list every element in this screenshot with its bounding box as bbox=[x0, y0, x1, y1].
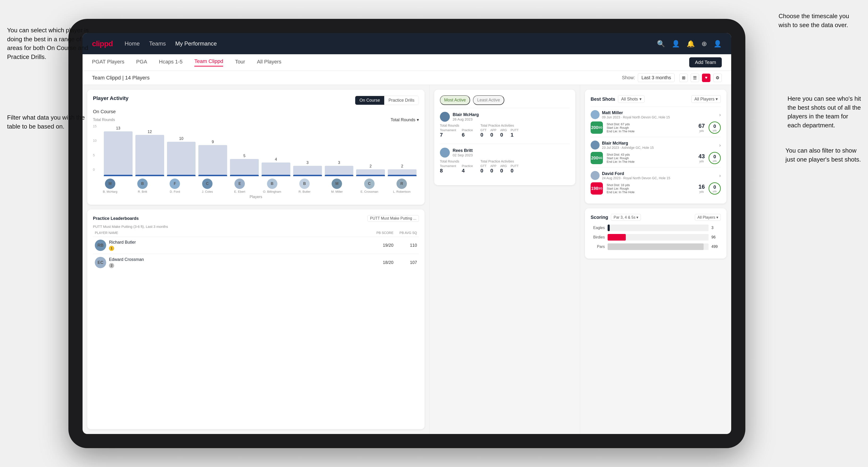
bar-2[interactable] bbox=[167, 142, 196, 176]
bar-8[interactable] bbox=[356, 169, 385, 176]
practice-dropdown[interactable]: PUTT Must Make Putting ... bbox=[368, 215, 419, 222]
bar-label-5: 4 bbox=[275, 157, 277, 161]
pai-rounds-col-2: Total Rounds Tournament 8 Practice 4 bbox=[440, 159, 473, 174]
annotation-top-left: You can select which player is doing the… bbox=[7, 26, 89, 62]
subnav-pga[interactable]: PGA bbox=[136, 59, 147, 66]
shot-chevron-0[interactable]: › bbox=[719, 112, 721, 118]
pai-name-2: Rees Britt bbox=[453, 148, 473, 153]
shot-chevron-2[interactable]: › bbox=[719, 173, 721, 178]
bar-3[interactable] bbox=[198, 145, 227, 176]
shot-m1-unit-2: yds bbox=[700, 190, 704, 193]
pai-activities-vals-2: GTT 0 APP 0 ARG 0 bbox=[480, 164, 519, 174]
scoring-players-filter[interactable]: All Players ▾ bbox=[695, 214, 721, 221]
bar-6[interactable] bbox=[293, 166, 322, 176]
shot-badge-0: 200 SG bbox=[591, 121, 603, 134]
pai-rounds-col-1: Total Rounds Tournament 7 Practice 6 bbox=[440, 124, 473, 138]
bell-icon[interactable]: 🔔 bbox=[687, 40, 695, 48]
pai-rounds-1: Total Rounds Tournament 7 Practice 6 bbox=[440, 124, 569, 138]
add-team-button[interactable]: Add Team bbox=[689, 57, 722, 67]
bar-1[interactable] bbox=[135, 135, 164, 176]
bar-label-8: 2 bbox=[370, 164, 372, 168]
middle-panel: Most Active Least Active Blair McHarg 26… bbox=[429, 85, 580, 434]
shot-header-1: Blair McHarg 23 Jul 2023 · Ashridge GC, … bbox=[591, 141, 721, 150]
score-bar-container-1 bbox=[608, 234, 709, 241]
team-name: Team Clippd | 14 Players bbox=[92, 75, 622, 81]
scoring-card: Scoring Par 3, 4 & 5s ▾ All Players ▾ Ea… bbox=[585, 208, 726, 258]
shot-avatar-2 bbox=[591, 171, 599, 180]
bar-col-2: 10 bbox=[167, 136, 196, 176]
subnav-team-clippd[interactable]: Team Clippd bbox=[194, 58, 223, 66]
settings-icon[interactable]: ⚙ bbox=[713, 73, 722, 82]
col-avg-header: PB AVG SQ bbox=[394, 231, 417, 235]
shot-item-1: Blair McHarg 23 Jul 2023 · Ashridge GC, … bbox=[591, 137, 721, 167]
pai-info-2: Rees Britt 02 Sep 2023 bbox=[453, 148, 473, 157]
bar-col-6: 3 bbox=[293, 161, 322, 176]
shot-metric1-1: 43 yds bbox=[699, 153, 705, 163]
shot-badge-label-1: SG bbox=[598, 156, 602, 160]
bar-7[interactable] bbox=[325, 166, 353, 176]
tablet-frame: clippd Home Teams My Performance 🔍 👤 🔔 ⊕… bbox=[68, 19, 745, 448]
shot-details-2: 198 SG Shot Dist: 16 yds Start Lie: Roug… bbox=[591, 182, 721, 195]
grid-list-icon[interactable]: ☰ bbox=[691, 73, 699, 82]
scoring-filter[interactable]: Par 3, 4 & 5s ▾ bbox=[611, 214, 641, 221]
shot-badge-2: 198 SG bbox=[591, 182, 603, 195]
user-icon[interactable]: 👤 bbox=[714, 40, 722, 48]
bar-0[interactable] bbox=[104, 131, 132, 176]
bar-4[interactable] bbox=[230, 159, 259, 176]
heart-icon[interactable]: ♥ bbox=[702, 73, 710, 82]
shot-info-0: 09 Jun 2023 · Royal North Devon GC, Hole… bbox=[602, 115, 670, 119]
least-active-tab[interactable]: Least Active bbox=[473, 95, 504, 105]
bar-5[interactable] bbox=[261, 162, 290, 176]
bar-label-4: 5 bbox=[243, 154, 246, 158]
chart-dropdown[interactable]: Total Rounds ▾ bbox=[391, 117, 419, 122]
practice-drills-toggle[interactable]: Practice Drills bbox=[384, 96, 418, 105]
toggle-group: On Course Practice Drills bbox=[355, 96, 419, 105]
shot-desc-2: Shot Dist: 16 yds Start Lie: Rough End L… bbox=[607, 183, 695, 194]
shot-chevron-1[interactable]: › bbox=[719, 143, 721, 148]
scoring-title: Scoring bbox=[591, 215, 608, 220]
nav-home[interactable]: Home bbox=[125, 40, 140, 47]
people-icon[interactable]: 👤 bbox=[672, 40, 680, 48]
most-active-tab[interactable]: Most Active bbox=[440, 95, 470, 105]
bar-label-9: 2 bbox=[401, 164, 403, 168]
search-icon[interactable]: 🔍 bbox=[657, 40, 665, 48]
subnav-tour[interactable]: Tour bbox=[235, 59, 245, 66]
annotation-top-right: Choose the timescale you wish to see the… bbox=[779, 12, 849, 30]
grid4-icon[interactable]: ⊞ bbox=[679, 73, 688, 82]
shot-info-1: 23 Jul 2023 · Ashridge GC, Hole 15 bbox=[602, 146, 654, 150]
lb-avatar-1: EC bbox=[95, 257, 106, 268]
bar-9[interactable] bbox=[388, 169, 416, 176]
subnav-all-players[interactable]: All Players bbox=[257, 59, 281, 66]
card-header: Player Activity On Course Practice Drill… bbox=[93, 95, 419, 105]
shot-metric1-2: 16 yds bbox=[699, 184, 705, 193]
sub-nav: PGAT Players PGA Hcaps 1-5 Team Clippd T… bbox=[83, 54, 731, 71]
player-avatar-9: R bbox=[397, 179, 407, 189]
col-headers: PLAYER NAME PB SCORE PB AVG SQ bbox=[93, 231, 419, 235]
pai-avatar-2 bbox=[440, 148, 450, 158]
lb-info-1: Edward Crossman 2 bbox=[109, 257, 370, 268]
all-players-filter[interactable]: All Players ▾ bbox=[691, 95, 721, 103]
nav-teams[interactable]: Teams bbox=[149, 40, 166, 47]
player-avatar-0: M bbox=[105, 179, 115, 189]
left-panel: Player Activity On Course Practice Drill… bbox=[83, 85, 429, 434]
all-shots-filter[interactable]: All Shots ▾ bbox=[618, 95, 644, 103]
player-avatar-6: B bbox=[299, 179, 310, 189]
bar-label-2: 10 bbox=[179, 136, 184, 141]
shot-m2-val-2: 0 bbox=[713, 184, 716, 190]
subnav-hcaps[interactable]: Hcaps 1-5 bbox=[159, 59, 183, 66]
show-value[interactable]: Last 3 months bbox=[638, 73, 675, 82]
plus-circle-icon[interactable]: ⊕ bbox=[702, 40, 707, 48]
subnav-pgat[interactable]: PGAT Players bbox=[92, 59, 124, 66]
y-15: 15 bbox=[93, 124, 97, 128]
lb-score-1: 18/20 bbox=[370, 260, 394, 265]
pai-header-2: Rees Britt 02 Sep 2023 bbox=[440, 148, 569, 158]
y-5: 5 bbox=[93, 153, 97, 157]
nav-my-performance[interactable]: My Performance bbox=[175, 40, 217, 47]
shot-m2-unit-2: yds bbox=[713, 190, 717, 193]
lb-badge-1: 2 bbox=[109, 263, 114, 268]
shot-desc-0: Shot Dist: 67 yds Start Lie: Rough End L… bbox=[607, 122, 695, 133]
shot-desc-1: Shot Dist: 43 yds Start Lie: Rough End L… bbox=[607, 153, 695, 163]
lb-avatar-0: RB bbox=[95, 240, 106, 251]
on-course-toggle[interactable]: On Course bbox=[355, 96, 384, 105]
annotation-mid-right: Here you can see who's hit the best shot… bbox=[787, 94, 861, 130]
